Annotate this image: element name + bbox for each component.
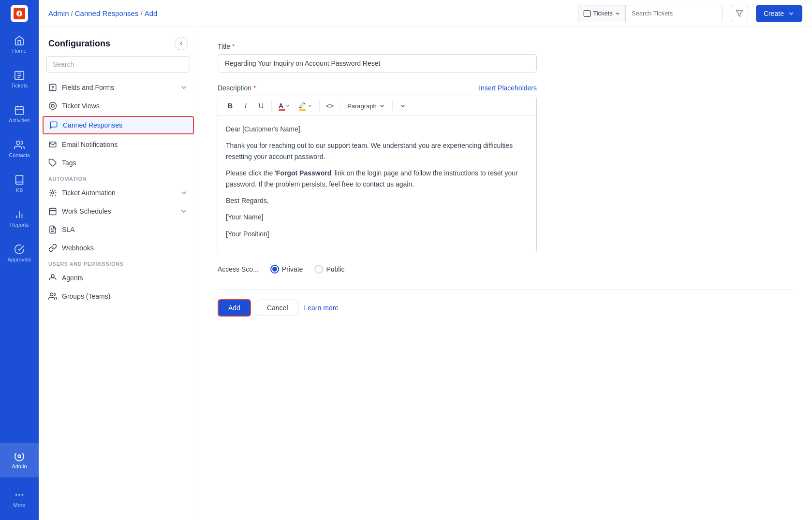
svg-point-5 — [16, 141, 20, 144]
ticket-automation-label: Ticket Automation — [62, 189, 175, 197]
svg-marker-14 — [736, 11, 742, 16]
form-actions: Add Cancel Learn more — [218, 289, 793, 317]
sidebar-search-input[interactable] — [46, 56, 190, 72]
email-notifications-label: Email Notifications — [62, 141, 188, 148]
public-label: Public — [326, 265, 344, 273]
chevron-down-icon — [399, 102, 406, 109]
svg-rect-24 — [49, 208, 56, 215]
insert-placeholders-button[interactable]: Insert Placeholders — [479, 84, 537, 92]
nav-kb-label: KB — [16, 187, 23, 193]
search-wrapper: Tickets — [578, 5, 723, 22]
email-notifications-icon — [48, 140, 57, 149]
sidebar-item-email-notifications[interactable]: Email Notifications — [39, 135, 198, 154]
chevron-down-icon — [179, 207, 188, 216]
canned-responses-label: Canned Responses — [63, 121, 187, 129]
ticket-views-label: Ticket Views — [62, 102, 188, 110]
more-options-dropdown[interactable] — [396, 99, 410, 113]
chevron-down-icon — [179, 83, 188, 92]
italic-button[interactable]: I — [238, 99, 253, 113]
highlight-indicator: 🖊 — [299, 101, 306, 111]
nav-more[interactable]: More — [0, 481, 39, 516]
nav-approvals[interactable]: Approvals — [0, 236, 39, 271]
nav-reports[interactable]: Reports — [0, 201, 39, 236]
private-radio[interactable] — [270, 265, 279, 274]
sidebar-item-fields-forms[interactable]: Fields and Forms — [39, 78, 198, 97]
sla-label: SLA — [62, 226, 188, 233]
svg-point-12 — [16, 494, 17, 495]
search-type-label: Tickets — [593, 10, 613, 17]
collapse-button[interactable] — [175, 37, 188, 50]
search-type-btn[interactable]: Tickets — [578, 5, 626, 22]
filter-button[interactable] — [731, 5, 748, 22]
sidebar-item-sla[interactable]: SLA — [39, 220, 198, 239]
nav-activities[interactable]: Activities — [0, 97, 39, 131]
learn-more-button[interactable]: Learn more — [304, 304, 339, 312]
sidebar-item-canned-responses[interactable]: Canned Responses — [43, 116, 194, 134]
toolbar-separator-2 — [319, 101, 320, 111]
svg-point-9 — [18, 455, 21, 458]
nav-admin-label: Admin — [12, 463, 27, 469]
breadcrumb-sep2: / — [140, 9, 142, 17]
breadcrumb-page: Add — [145, 9, 158, 17]
bold-button[interactable]: B — [223, 99, 237, 113]
sidebar-item-groups-teams[interactable]: Groups (Teams) — [39, 287, 198, 305]
chevron-down-icon — [179, 188, 188, 197]
nav-kb[interactable]: KB — [0, 166, 39, 201]
description-label: Description — [218, 84, 251, 92]
title-required: * — [232, 43, 235, 50]
sidebar-item-webhooks[interactable]: Webhooks — [39, 239, 198, 257]
editor-toolbar: B I U A — [218, 96, 536, 116]
sidebar-item-agents[interactable]: Agents — [39, 269, 198, 287]
access-scope-group: Access Sco... Private Public — [218, 265, 793, 274]
left-navigation: Home Tickets Activities Contacts KB Repo… — [0, 0, 39, 520]
nav-home-label: Home — [12, 48, 26, 54]
sidebar-title: Configurations — [48, 39, 110, 49]
sla-icon — [48, 225, 57, 234]
editor-content[interactable]: Dear [Customer's Name], Thank you for re… — [218, 116, 536, 253]
nav-tickets[interactable]: Tickets — [0, 62, 39, 97]
nav-tickets-label: Tickets — [11, 83, 28, 88]
nav-admin[interactable]: Admin — [0, 443, 39, 477]
search-input[interactable] — [626, 10, 723, 17]
create-button[interactable]: Create — [756, 5, 802, 22]
content-line-6: [Your Position] — [226, 229, 529, 239]
font-color-indicator: A — [279, 102, 283, 110]
sidebar-item-ticket-views[interactable]: Ticket Views — [39, 97, 198, 115]
canned-responses-icon — [49, 121, 58, 130]
private-label: Private — [282, 265, 303, 273]
underline-button[interactable]: U — [254, 99, 268, 113]
add-button[interactable]: Add — [218, 299, 251, 317]
nav-approvals-label: Approvals — [8, 257, 31, 262]
sidebar-item-ticket-automation[interactable]: Ticket Automation — [39, 184, 198, 202]
sidebar: Configurations Fields and Forms Ticket V… — [39, 27, 198, 520]
nav-home[interactable]: Home — [0, 27, 39, 62]
toolbar-separator-3 — [340, 101, 340, 111]
chevron-left-icon — [178, 40, 185, 47]
content-line-2: Thank you for reaching out to our suppor… — [226, 140, 529, 162]
paragraph-dropdown[interactable]: Paragraph — [343, 99, 389, 113]
code-button[interactable]: <> — [323, 99, 337, 113]
breadcrumb-section[interactable]: Canned Responses — [75, 9, 139, 17]
highlight-color-dropdown[interactable]: 🖊 — [295, 99, 316, 113]
svg-point-23 — [52, 192, 54, 194]
sidebar-item-tags[interactable]: Tags — [39, 154, 198, 172]
access-private-option[interactable]: Private — [270, 265, 303, 274]
svg-point-11 — [22, 494, 23, 495]
nav-reports-label: Reports — [10, 222, 29, 228]
breadcrumb-admin[interactable]: Admin — [48, 9, 69, 17]
font-color-dropdown[interactable]: A — [275, 99, 294, 113]
breadcrumb-sep1: / — [71, 9, 73, 17]
nav-contacts[interactable]: Contacts — [0, 131, 39, 166]
top-bar: Admin/Canned Responses/Add Tickets Creat… — [39, 0, 812, 27]
title-input[interactable] — [218, 54, 537, 72]
cancel-button[interactable]: Cancel — [257, 300, 298, 316]
access-public-option[interactable]: Public — [314, 265, 344, 274]
sidebar-item-work-schedules[interactable]: Work Schedules — [39, 202, 198, 220]
editor-container: B I U A — [218, 96, 537, 253]
ticket-icon — [583, 10, 591, 17]
svg-point-10 — [19, 494, 20, 495]
nav-activities-label: Activities — [9, 117, 30, 123]
ticket-views-icon — [48, 101, 57, 110]
public-radio[interactable] — [314, 265, 323, 274]
description-required: * — [253, 84, 256, 92]
